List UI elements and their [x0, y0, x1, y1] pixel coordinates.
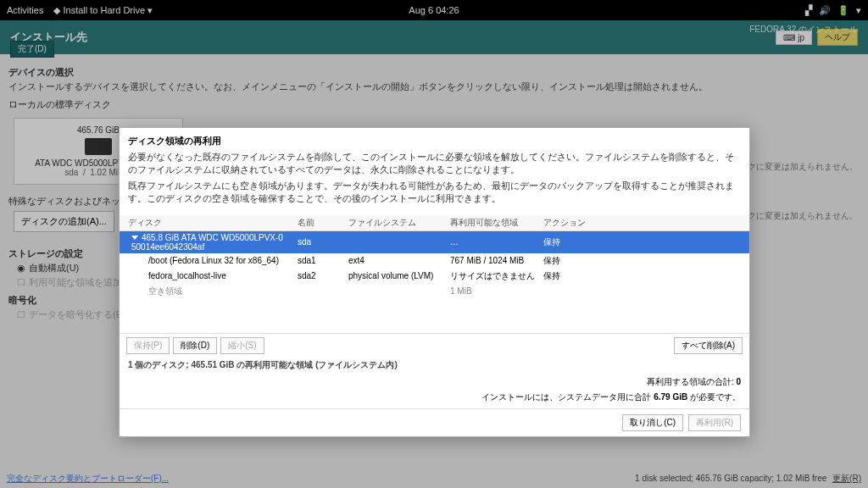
space-required: インストールには、システムデータ用に合計 6.79 GiB が必要です。 [120, 391, 749, 408]
dialog-actions: 取り消し(C) 再利用(R) [120, 408, 749, 436]
footer-bar: 完全なディスク要約とブートローダー(F)... 1 disk selected;… [7, 473, 861, 485]
dialog-summary: 1 個のディスク; 465.51 GiB の再利用可能な領域 (ファイルシステム… [120, 358, 749, 376]
col-filesystem[interactable]: ファイルシステム [348, 217, 450, 229]
selection-status: 1 disk selected; 465.76 GiB capacity; 1.… [635, 474, 826, 483]
expand-arrow-icon[interactable] [131, 236, 138, 240]
reclaim-space-dialog: ディスク領域の再利用 必要がなくなった既存のファイルシステムを削除して、このイン… [119, 127, 750, 437]
col-action[interactable]: アクション [543, 217, 594, 229]
tree-row-partition[interactable]: /boot (Fedora Linux 32 for x86_64) sda1 … [120, 253, 749, 269]
dialog-paragraph-2: 既存ファイルシステムにも空き領域があります。データが失われる可能性があるため、最… [128, 180, 741, 206]
tree-row-free-space[interactable]: 空き領域 1 MiB [120, 284, 749, 299]
reclaim-button[interactable]: 再利用(R) [688, 414, 741, 431]
delete-button[interactable]: 削除(D) [173, 337, 217, 354]
cancel-button[interactable]: 取り消し(C) [622, 414, 683, 431]
dialog-title: ディスク領域の再利用 [128, 135, 741, 147]
tree-row-partition[interactable]: fedora_localhost-live sda2 physical volu… [120, 269, 749, 284]
keep-button[interactable]: 保持(P) [126, 337, 170, 354]
full-disk-summary-link[interactable]: 完全なディスク要約とブートローダー(F)... [7, 473, 169, 485]
tree-body: 465.8 GiB ATA WDC WD5000LPVX-0 50014ee60… [120, 231, 749, 333]
dialog-toolbar: 保持(P) 削除(D) 縮小(S) すべて削除(A) [120, 333, 749, 358]
refresh-link[interactable]: 更新(R) [832, 474, 861, 483]
reclaim-total: 再利用する領域の合計: 0 [120, 376, 749, 391]
col-disk[interactable]: ディスク [128, 217, 298, 229]
dialog-paragraph-1: 必要がなくなった既存のファイルシステムを削除して、このインストールに必要な領域を… [128, 151, 741, 177]
col-name[interactable]: 名前 [298, 217, 348, 229]
shrink-button[interactable]: 縮小(S) [220, 337, 264, 354]
tree-header: ディスク 名前 ファイルシステム 再利用可能な領域 アクション [120, 215, 749, 231]
tree-row-disk[interactable]: 465.8 GiB ATA WDC WD5000LPVX-0 50014ee60… [120, 231, 749, 253]
delete-all-button[interactable]: すべて削除(A) [674, 337, 743, 354]
col-reclaimable[interactable]: 再利用可能な領域 [450, 217, 543, 229]
